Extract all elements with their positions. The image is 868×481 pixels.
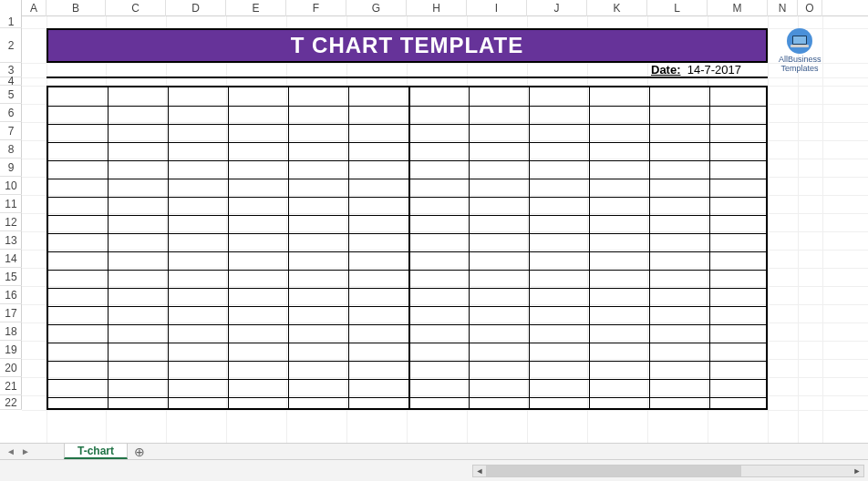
allbusinesstemplates-logo[interactable]: AllBusiness Templates — [779, 28, 821, 74]
excel-window: ABCDEFGHIJKLMNO 123456789101112131415161… — [0, 0, 868, 481]
column-header[interactable]: M — [708, 0, 768, 16]
worksheet-grid[interactable]: T CHART TEMPLATE Date: 14-7-2017 AllBusi… — [22, 16, 868, 443]
column-header[interactable]: C — [106, 0, 166, 16]
gridline-vertical — [798, 16, 799, 443]
tab-scroll-right-icon: ► — [21, 446, 30, 456]
sheet-tab-bar: ◄ ► T-chart ⊕ — [0, 443, 868, 459]
scroll-right-arrow-icon[interactable]: ► — [851, 466, 863, 476]
column-header[interactable]: D — [166, 0, 226, 16]
row-header[interactable]: 20 — [0, 359, 22, 377]
row-header[interactable]: 21 — [0, 377, 22, 395]
column-header[interactable]: O — [798, 0, 822, 16]
row-header[interactable]: 19 — [0, 341, 22, 359]
laptop-icon — [784, 28, 815, 54]
t-chart-hline — [48, 215, 766, 216]
t-chart-hline — [48, 343, 766, 343]
select-all-corner[interactable] — [0, 0, 22, 16]
sheet-tab-active[interactable]: T-chart — [64, 444, 128, 459]
title-banner: T CHART TEMPLATE — [46, 28, 768, 63]
row-header[interactable]: 11 — [0, 195, 22, 213]
column-header[interactable]: E — [226, 0, 286, 16]
date-underline — [46, 77, 768, 78]
column-header[interactable]: I — [467, 0, 527, 16]
column-headers: ABCDEFGHIJKLMNO — [0, 0, 868, 16]
t-chart-hline — [48, 397, 766, 398]
tab-scroll-left-icon: ◄ — [6, 446, 16, 456]
column-header[interactable]: H — [407, 0, 467, 16]
t-chart-hline — [48, 106, 766, 107]
row-header[interactable]: 1 — [0, 16, 22, 28]
row-headers: 12345678910111213141516171819202122 — [0, 16, 22, 410]
svg-rect-2 — [793, 36, 806, 44]
horizontal-scrollbar[interactable]: ◄ ► — [472, 465, 864, 477]
gridline-horizontal — [22, 410, 868, 411]
t-chart-hline — [48, 160, 766, 161]
column-header[interactable]: J — [527, 0, 587, 16]
row-header[interactable]: 2 — [0, 28, 22, 63]
t-chart-hline — [48, 124, 766, 125]
gridline-vertical — [822, 16, 823, 443]
logo-text-2: Templates — [779, 65, 821, 74]
column-header[interactable]: A — [22, 0, 46, 16]
row-header[interactable]: 7 — [0, 122, 22, 140]
title-text: T CHART TEMPLATE — [291, 33, 524, 58]
column-header[interactable]: G — [346, 0, 407, 16]
row-header[interactable]: 12 — [0, 213, 22, 231]
t-chart-hline — [48, 179, 766, 179]
row-header[interactable]: 22 — [0, 395, 22, 410]
row-header[interactable]: 5 — [0, 86, 22, 104]
scroll-track[interactable] — [486, 466, 851, 476]
t-chart-hline — [48, 233, 766, 234]
row-header[interactable]: 13 — [0, 231, 22, 250]
row-header[interactable]: 14 — [0, 250, 22, 268]
gridline-vertical — [768, 16, 769, 443]
row-header[interactable]: 4 — [0, 77, 22, 86]
t-chart-hline — [48, 270, 766, 271]
svg-rect-3 — [790, 45, 809, 47]
t-chart-hline — [48, 324, 766, 325]
column-header[interactable]: L — [647, 0, 708, 16]
row-header[interactable]: 16 — [0, 286, 22, 304]
t-chart-hline — [48, 379, 766, 380]
t-chart-hline — [48, 361, 766, 362]
date-value: 14-7-2017 — [687, 63, 741, 77]
t-chart-hline — [48, 142, 766, 143]
scroll-thumb[interactable] — [486, 466, 741, 476]
row-header[interactable]: 15 — [0, 268, 22, 286]
row-header[interactable]: 8 — [0, 140, 22, 159]
row-header[interactable]: 17 — [0, 304, 22, 322]
column-header[interactable]: K — [587, 0, 647, 16]
sheet-tab-label: T-chart — [78, 445, 114, 457]
t-chart-hline — [48, 197, 766, 198]
row-header[interactable]: 9 — [0, 159, 22, 177]
column-header[interactable]: N — [768, 0, 798, 16]
plus-icon: ⊕ — [134, 445, 145, 459]
row-header[interactable]: 6 — [0, 104, 22, 122]
tab-scroll-buttons[interactable]: ◄ ► — [0, 444, 36, 459]
t-chart-hline — [48, 306, 766, 307]
t-chart-hline — [48, 251, 766, 252]
status-bar: ◄ ► — [0, 459, 868, 481]
row-header[interactable]: 18 — [0, 322, 22, 341]
add-sheet-button[interactable]: ⊕ — [128, 444, 151, 459]
date-container: Date: 14-7-2017 — [651, 63, 741, 77]
column-header[interactable]: B — [46, 0, 106, 16]
t-chart-box — [46, 86, 768, 410]
scroll-left-arrow-icon[interactable]: ◄ — [473, 466, 486, 476]
date-label: Date: — [651, 63, 681, 77]
column-header[interactable]: F — [286, 0, 346, 16]
row-header[interactable]: 10 — [0, 177, 22, 195]
t-chart-hline — [48, 288, 766, 289]
